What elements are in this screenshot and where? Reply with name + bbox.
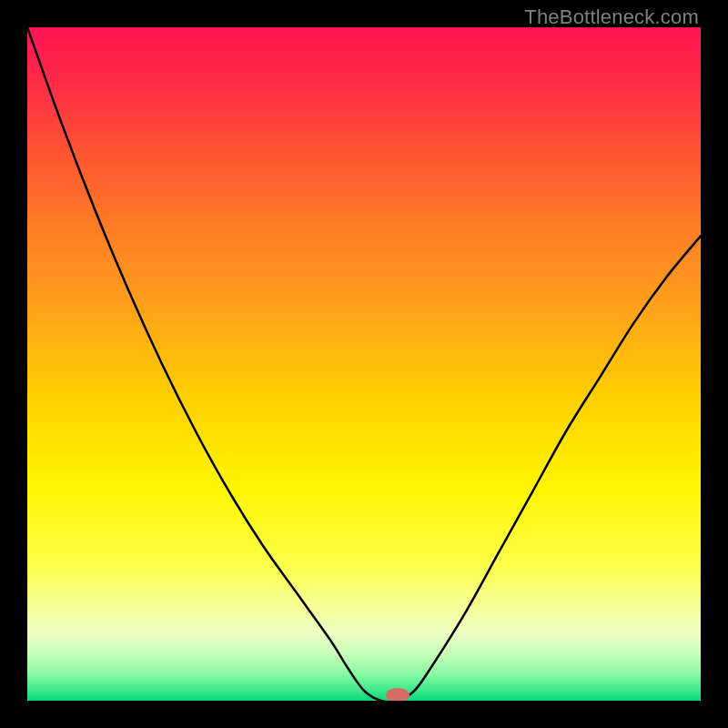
bottleneck-curve <box>27 27 701 701</box>
plot-area <box>27 27 701 701</box>
optimum-marker <box>386 688 410 701</box>
curve-layer <box>27 27 701 701</box>
chart-frame: TheBottleneck.com <box>0 0 728 728</box>
watermark-label: TheBottleneck.com <box>524 5 699 29</box>
